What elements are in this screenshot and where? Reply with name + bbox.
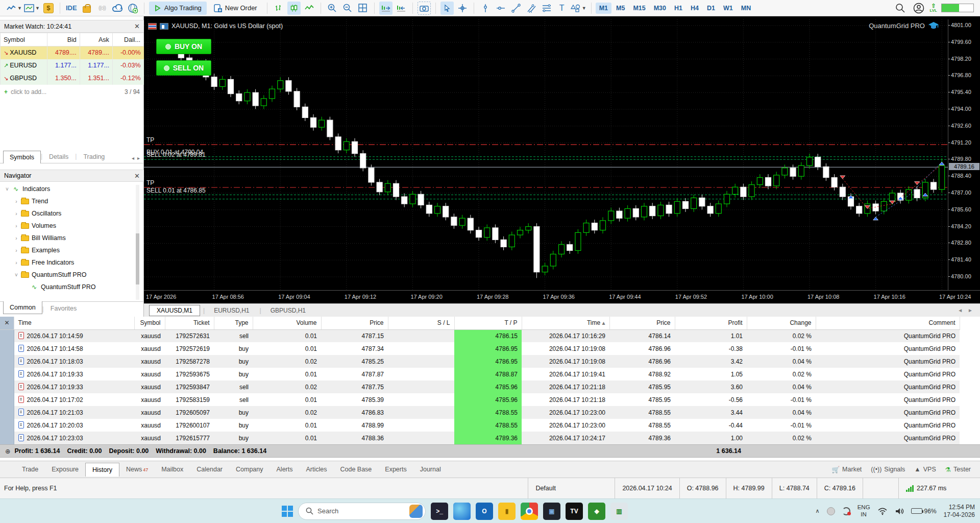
- navigator-item-free-indicators[interactable]: ›Free Indicators: [0, 256, 137, 269]
- filezilla-icon[interactable]: ◆: [588, 503, 605, 520]
- history-column-header-change[interactable]: Change: [747, 317, 816, 329]
- navigator-item-bill-williams[interactable]: ›Bill Williams: [0, 232, 137, 244]
- currency-icon[interactable]: $: [42, 2, 55, 15]
- bar-chart-mode-icon[interactable]: [272, 2, 285, 15]
- toolbox-market-button[interactable]: 🛒Market: [832, 466, 862, 473]
- tab-exposure[interactable]: Exposure: [45, 463, 85, 476]
- tab-articles[interactable]: Articles: [299, 463, 333, 476]
- zoom-in-icon[interactable]: [326, 2, 339, 15]
- horizontal-line-tool-icon[interactable]: [494, 2, 507, 15]
- chart-tab-eurusdh1[interactable]: EURUSD,H1: [207, 305, 256, 316]
- connection-status[interactable]: 227.67 ms: [898, 478, 980, 498]
- tab-history[interactable]: History: [85, 463, 119, 477]
- table-row[interactable]: 2026.04.17 10:23:03xauusd1792615777buy0.…: [0, 432, 960, 444]
- timeframe-m1[interactable]: M1: [596, 3, 611, 14]
- fibonacci-tool-icon[interactable]: [540, 2, 553, 15]
- navigator-item-indicators[interactable]: ˅∿Indicators: [0, 183, 137, 195]
- history-column-header-time[interactable]: Time ▴: [522, 317, 609, 329]
- navigator-item-oscillators[interactable]: ›Oscillators: [0, 207, 137, 220]
- tab-mailbox[interactable]: Mailbox: [155, 463, 190, 476]
- terminal-icon[interactable]: >_: [431, 503, 448, 520]
- timeframe-mn[interactable]: MN: [738, 3, 754, 14]
- tab-calendar[interactable]: Calendar: [190, 463, 229, 476]
- screenshot-icon[interactable]: [418, 2, 431, 15]
- taskbar-clock[interactable]: 12:54 PM17-04-2026: [944, 504, 975, 519]
- vertical-line-tool-icon[interactable]: [479, 2, 492, 15]
- market-watch-add-row[interactable]: + click to add... 3 / 94: [0, 85, 144, 99]
- chart-shift-icon[interactable]: [395, 2, 408, 15]
- history-column-header-profit[interactable]: Profit: [675, 317, 747, 329]
- community-icon[interactable]: [126, 2, 139, 15]
- history-column-header-sl[interactable]: S / L: [388, 317, 454, 329]
- table-row[interactable]: 2026.04.17 10:19:33xauusd1792593847sell0…: [0, 381, 960, 393]
- signals-icon[interactable]: ((o)): [95, 2, 109, 15]
- navigator-scrollbar[interactable]: [136, 185, 139, 300]
- zoom-out-icon[interactable]: [341, 2, 354, 15]
- timeframe-m15[interactable]: M15: [629, 3, 649, 14]
- table-row[interactable]: 2026.04.17 10:17:02xauusd1792583159sell0…: [0, 393, 960, 406]
- tab-favorites[interactable]: Favorites: [44, 302, 83, 315]
- screen-share-icon[interactable]: ▥: [610, 503, 628, 520]
- timeframe-m5[interactable]: M5: [612, 3, 628, 14]
- market-watch-row-xauusd[interactable]: ↘ XAUUSD4789....4789....-0.00%: [1, 46, 144, 59]
- crosshair-tool-icon[interactable]: [456, 2, 469, 15]
- table-row[interactable]: 2026.04.17 10:20:03xauusd1792600107buy0.…: [0, 419, 960, 432]
- history-column-header-symbol[interactable]: Symbol: [134, 317, 165, 329]
- profile-selector[interactable]: Default: [528, 478, 615, 498]
- battery-indicator[interactable]: 96%: [911, 508, 937, 515]
- navigator-item-trend[interactable]: ›Trend: [0, 195, 137, 207]
- history-column-header-volume[interactable]: Volume: [253, 317, 321, 329]
- timeframe-h4[interactable]: H4: [687, 3, 702, 14]
- sell-on-button[interactable]: SELL ON: [156, 60, 211, 76]
- table-row[interactable]: 2026.04.17 10:14:58xauusd1792572619buy0.…: [0, 342, 960, 355]
- scroll-to-end-icon[interactable]: [379, 2, 393, 15]
- navigator-item-quantumstuff-pro[interactable]: ∿QuantumStuff PRO: [0, 281, 137, 293]
- search-icon[interactable]: [894, 2, 907, 15]
- edge-icon[interactable]: [453, 503, 471, 520]
- shapes-tool-icon[interactable]: ▼: [571, 2, 586, 15]
- table-row[interactable]: 2026.04.17 10:18:03xauusd1792587278buy0.…: [0, 355, 960, 368]
- candlestick-mode-icon[interactable]: [287, 2, 301, 15]
- market-watch-column-header[interactable]: Dail...: [112, 33, 143, 46]
- chart-tab-gbpusdh1[interactable]: GBPUSD,H1: [263, 305, 313, 316]
- timeframe-w1[interactable]: W1: [720, 3, 737, 14]
- channel-tool-icon[interactable]: [525, 2, 538, 15]
- market-watch-row-gbpusd[interactable]: ↘ GBPUSD1.350...1.351...-0.12%: [1, 72, 144, 85]
- account-icon[interactable]: [912, 2, 925, 15]
- cursor-tool-icon[interactable]: [440, 2, 454, 15]
- tile-windows-icon[interactable]: [356, 2, 370, 15]
- tab-company[interactable]: Company: [229, 463, 270, 476]
- tradingview-icon[interactable]: TV: [566, 503, 583, 520]
- close-icon[interactable]: ✕: [134, 22, 140, 30]
- chart-tab-xauusdm1[interactable]: XAUUSD,M1: [149, 305, 200, 316]
- new-order-button[interactable]: New Order: [209, 2, 262, 15]
- timeframe-m30[interactable]: M30: [650, 3, 670, 14]
- tab-pager[interactable]: ◂▸: [132, 155, 144, 163]
- table-row[interactable]: 2026.04.17 10:21:03xauusd1792605097buy0.…: [0, 406, 960, 419]
- tab-common[interactable]: Common: [3, 301, 42, 314]
- candlestick-plot[interactable]: TPBUY 0.01 at 4790.04SELL 0.02 at 4789.8…: [144, 19, 948, 290]
- photos-icon[interactable]: ▣: [543, 503, 560, 520]
- tab-experts[interactable]: Experts: [378, 463, 413, 476]
- tab-trade[interactable]: Trade: [15, 463, 45, 476]
- file-explorer-icon[interactable]: ▮: [498, 503, 516, 520]
- vps-cloud-icon[interactable]: [111, 2, 124, 15]
- table-row[interactable]: 2026.04.17 10:19:33xauusd1792593675buy0.…: [0, 368, 960, 381]
- chrome-icon[interactable]: [521, 503, 538, 520]
- timeframe-d1[interactable]: D1: [703, 3, 719, 14]
- taskbar-search[interactable]: Search: [298, 503, 426, 520]
- tab-journal[interactable]: Journal: [413, 463, 448, 476]
- indicator-window-icon[interactable]: ▼: [24, 2, 40, 15]
- chart-area[interactable]: XAUUSD, M1: Gold vs US Dollar (spot) Qua…: [144, 16, 980, 317]
- market-store-icon[interactable]: [80, 2, 93, 15]
- time-axis[interactable]: 17 Apr 202617 Apr 08:5617 Apr 09:0417 Ap…: [144, 290, 980, 303]
- close-toolbox-button[interactable]: ✕: [0, 317, 14, 329]
- toolbox-tester-button[interactable]: ⚗Tester: [945, 466, 971, 473]
- expand-icon[interactable]: ⊕: [5, 447, 10, 455]
- tab-details[interactable]: Details: [42, 150, 75, 163]
- close-icon[interactable]: ✕: [134, 172, 140, 180]
- hidden-icons-chevron[interactable]: ∧: [816, 508, 820, 514]
- tab-trading[interactable]: Trading: [77, 150, 111, 163]
- toolbox-vps-button[interactable]: ▲VPS: [914, 466, 936, 473]
- toolbox-signals-button[interactable]: ((•))Signals: [871, 466, 905, 473]
